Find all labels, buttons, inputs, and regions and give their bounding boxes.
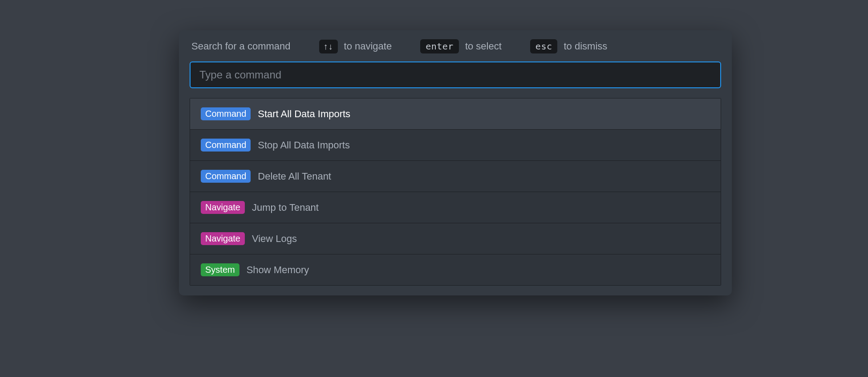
hint-select: enter to select [420,39,502,53]
navigate-badge: Navigate [201,201,245,214]
command-search-input[interactable] [190,61,721,88]
result-row[interactable]: CommandStop All Data Imports [190,130,721,161]
result-row[interactable]: NavigateJump to Tenant [190,192,721,223]
result-row[interactable]: CommandDelete All Tenant [190,161,721,192]
result-row[interactable]: SystemShow Memory [190,254,721,285]
command-label: Show Memory [247,264,309,276]
command-label: Start All Data Imports [258,108,350,120]
command-label: Delete All Tenant [258,171,331,182]
system-badge: System [201,263,239,276]
hint-dismiss: esc to dismiss [530,39,607,53]
results-list: CommandStart All Data ImportsCommandStop… [190,98,721,286]
hint-select-label: to select [465,41,502,52]
esc-key-icon: esc [530,39,558,53]
command-label: Jump to Tenant [252,202,319,213]
hint-navigate: ↑↓ to navigate [319,40,392,53]
command-label: View Logs [252,233,297,245]
enter-key-icon: enter [420,39,459,53]
command-label: Stop All Data Imports [258,139,350,151]
arrow-keys-icon: ↑↓ [319,40,338,53]
result-row[interactable]: CommandStart All Data Imports [190,98,721,130]
hint-dismiss-label: to dismiss [564,41,607,52]
hint-navigate-label: to navigate [344,41,392,52]
navigate-badge: Navigate [201,232,245,245]
command-palette: Search for a command ↑↓ to navigate ente… [179,30,732,295]
hint-prompt: Search for a command [191,41,291,52]
result-row[interactable]: NavigateView Logs [190,223,721,254]
command-badge: Command [201,107,251,120]
command-badge: Command [201,170,251,183]
hint-bar: Search for a command ↑↓ to navigate ente… [191,39,721,53]
command-badge: Command [201,139,251,152]
